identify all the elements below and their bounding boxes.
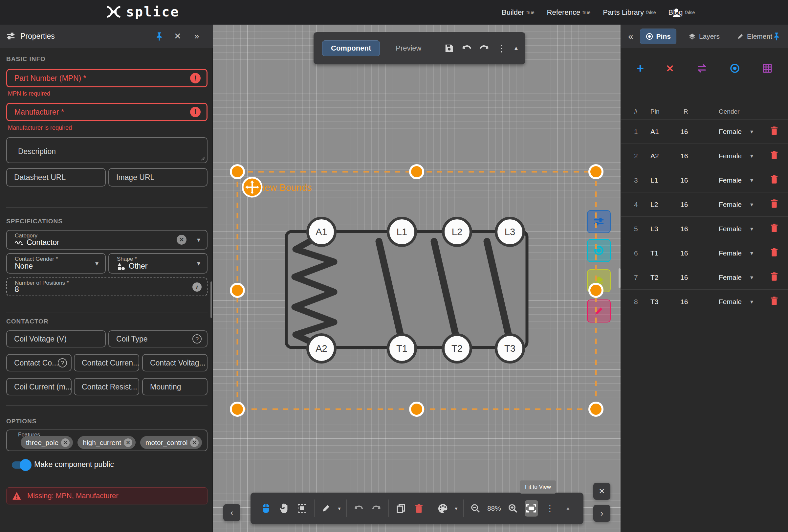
pin-delete-button[interactable] (770, 199, 779, 210)
chevron-down-icon[interactable]: ▾ (192, 435, 196, 443)
top-nav-item[interactable]: Builder true (502, 8, 534, 17)
pin-panel-icon[interactable] (772, 32, 781, 41)
palette-caret-icon[interactable]: ▾ (455, 506, 457, 512)
coil-type-field[interactable]: Coil Type ? (109, 330, 208, 348)
info-icon[interactable]: i (192, 282, 202, 292)
contact-gender-select[interactable]: Contact Gender * None ▾ (6, 253, 106, 274)
contact-voltage-field[interactable]: Contact Voltag... (142, 354, 208, 371)
draw-tool-caret-icon[interactable]: ▾ (338, 506, 340, 512)
pin-table-row[interactable]: 3 L1 16 Female ▾ (621, 168, 788, 192)
pin-delete-button[interactable] (770, 151, 779, 161)
pin-table-row[interactable]: 7 T2 16 Female ▾ (621, 265, 788, 289)
pan-tool-button[interactable] (278, 501, 290, 516)
zoom-out-button[interactable] (469, 501, 482, 516)
tab-preview[interactable]: Preview (387, 40, 430, 56)
mounting-field[interactable]: Mounting (142, 378, 208, 395)
pin-table-row[interactable]: 1 A1 16 Female ▾ (621, 119, 788, 143)
duplicate-button[interactable] (395, 501, 407, 516)
next-page-button[interactable]: › (593, 505, 610, 522)
pin-panel-icon[interactable] (154, 31, 164, 42)
category-select[interactable]: Category Contactor ✕ ▾ (6, 230, 208, 250)
save-button[interactable] (444, 41, 454, 56)
coil-current-field[interactable]: Coil Current (m... (6, 378, 72, 395)
close-panel-icon[interactable]: ✕ (174, 31, 181, 41)
pin-gender-select[interactable]: Female ▾ (710, 176, 770, 184)
undo-button[interactable] (352, 501, 365, 516)
add-pin-icon[interactable]: + (637, 61, 644, 76)
zoom-level[interactable]: 88% (487, 505, 501, 512)
tab-layers[interactable]: Layers (683, 28, 725, 44)
pin-delete-button[interactable] (770, 175, 779, 185)
mpn-field[interactable]: Part Number (MPN) * ! (6, 69, 208, 87)
undo-button[interactable] (461, 41, 472, 56)
manufacturer-field[interactable]: Manufacturer * ! (6, 103, 208, 121)
pin-gender-select[interactable]: Female ▾ (710, 249, 770, 257)
fit-to-view-button[interactable] (525, 500, 538, 516)
pin-table-row[interactable]: 2 A2 16 Female ▾ (621, 143, 788, 168)
draw-tool-button[interactable] (320, 501, 333, 516)
collapse-toolbar-button[interactable]: ▲ (562, 501, 574, 516)
help-icon[interactable]: ? (192, 334, 202, 343)
more-options-button[interactable]: ⋮ (544, 501, 556, 516)
chevron-down-icon[interactable]: ▾ (95, 259, 98, 267)
panel-scrollbar[interactable] (211, 281, 212, 318)
pin-delete-button[interactable] (770, 223, 779, 234)
account-icon[interactable] (670, 6, 682, 18)
public-toggle[interactable] (12, 461, 30, 469)
app-logo[interactable]: splice (105, 4, 180, 19)
pin-gender-select[interactable]: Female ▾ (710, 201, 770, 209)
contact-resistance-field[interactable]: Contact Resist... (74, 378, 139, 395)
collapse-left-icon[interactable]: « (628, 31, 633, 42)
editor-canvas[interactable]: A1L1L2L3A2T1T2T3 Preview Bounds (213, 25, 620, 532)
component-drawing[interactable]: A1L1L2L3A2T1T2T3 Preview Bounds (213, 25, 620, 532)
pin-gender-select[interactable]: Female ▾ (710, 298, 770, 306)
remove-chip-icon[interactable]: ✕ (61, 438, 70, 447)
features-field[interactable]: Features three_pole ✕ high_current ✕ mot… (6, 430, 208, 451)
collapse-panel-icon[interactable]: » (194, 31, 199, 41)
pin-delete-button[interactable] (770, 248, 779, 258)
redo-button[interactable] (370, 501, 383, 516)
pin-gender-select[interactable]: Female ▾ (710, 152, 770, 160)
tab-component[interactable]: Component (322, 40, 380, 56)
description-field[interactable]: Description (6, 137, 208, 163)
help-icon[interactable]: ? (58, 358, 67, 368)
pin-gender-select[interactable]: Female ▾ (710, 128, 770, 136)
coil-voltage-field[interactable]: Coil Voltage (V) (6, 330, 106, 348)
pin-delete-button[interactable] (770, 272, 779, 283)
chevron-down-icon[interactable]: ▾ (197, 236, 200, 244)
pin-table-row[interactable]: 5 L3 16 Female ▾ (621, 216, 788, 241)
swap-icon[interactable] (696, 64, 708, 73)
remove-chip-icon[interactable]: ✕ (124, 438, 132, 447)
pin-table-row[interactable]: 4 L2 16 Female ▾ (621, 192, 788, 216)
collapse-toolbar-button[interactable]: ▲ (513, 41, 519, 56)
top-nav-item[interactable]: Parts Library false (603, 8, 656, 17)
pin-table-row[interactable]: 6 T1 16 Female ▾ (621, 241, 788, 265)
chevron-down-icon[interactable]: ▾ (197, 259, 200, 267)
positions-field[interactable]: Number of Positions * 8 i (6, 277, 208, 296)
pin-table-row[interactable]: 8 T3 16 Female ▾ (621, 289, 788, 314)
top-nav-item[interactable]: Reference true (547, 8, 591, 17)
marquee-tool-button[interactable] (296, 501, 308, 516)
select-tool-button[interactable] (260, 501, 272, 516)
tab-element[interactable]: Element (731, 28, 777, 44)
datasheet-url-field[interactable]: Datasheet URL (6, 168, 106, 186)
grid-table-icon[interactable] (762, 63, 772, 74)
pin-delete-button[interactable] (770, 296, 779, 307)
resize-grip-icon[interactable] (201, 157, 205, 161)
pin-delete-button[interactable] (770, 126, 779, 137)
zoom-in-button[interactable] (507, 501, 519, 516)
prev-page-button[interactable]: ‹ (223, 504, 240, 521)
contact-config-field[interactable]: Contact Co... ? (6, 354, 72, 371)
style-palette-button[interactable] (437, 501, 449, 516)
image-url-field[interactable]: Image URL (109, 168, 208, 186)
tab-pins[interactable]: Pins (640, 28, 676, 44)
shape-select[interactable]: Shape * Other ▾ (109, 253, 208, 274)
bounds-move-handle[interactable] (243, 178, 262, 197)
target-icon[interactable] (730, 63, 740, 74)
pin-gender-select[interactable]: Female ▾ (710, 274, 770, 281)
redo-button[interactable] (479, 41, 490, 56)
delete-button[interactable] (413, 501, 425, 516)
clear-category-icon[interactable]: ✕ (177, 235, 186, 245)
pin-gender-select[interactable]: Female ▾ (710, 225, 770, 233)
contact-current-field[interactable]: Contact Curren... (74, 354, 139, 371)
